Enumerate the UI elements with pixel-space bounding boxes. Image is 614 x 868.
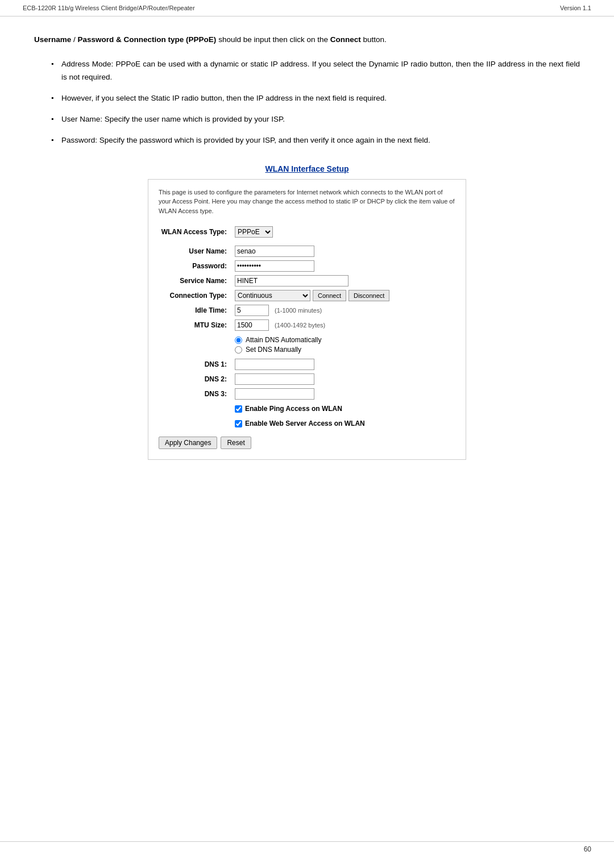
bullet-list: Address Mode: PPPoE can be used with a d… xyxy=(51,58,580,147)
bullet-bold-1: Address Mode xyxy=(61,60,111,68)
cell-service-name xyxy=(233,273,455,288)
cell-wlan-access-type: PPPoE DHCP Static IP xyxy=(233,225,455,239)
bullet-text-3: : Specify the user name which is provide… xyxy=(100,115,285,123)
row-mtu-size: MTU Size: (1400-1492 bytes) xyxy=(159,318,455,333)
cell-connection-type: Continuous Connect on Demand Manual Conn… xyxy=(233,288,455,303)
wlan-section: WLAN Interface Setup This page is used t… xyxy=(34,164,580,460)
label-connection-type: Connection Type: xyxy=(159,288,233,303)
footer-bar: 60 xyxy=(0,841,614,857)
cell-dns-radio: Attain DNS Automatically Set DNS Manuall… xyxy=(233,333,455,357)
cell-mtu-size: (1400-1492 bytes) xyxy=(233,318,455,333)
cell-password xyxy=(233,259,455,273)
cell-ping-empty xyxy=(159,401,233,416)
cell-dns1 xyxy=(233,357,455,372)
intro-paragraph: Username / Password & Connection type (P… xyxy=(34,34,580,47)
content-area: Username / Password & Connection type (P… xyxy=(0,16,614,483)
bullet-item-static-ip: However, if you select the Static IP rad… xyxy=(51,92,580,105)
label-user-name: User Name: xyxy=(159,244,233,259)
input-mtu-size[interactable] xyxy=(235,319,269,331)
label-dns1: DNS 1: xyxy=(159,357,233,372)
bullet-bold-4: Password: xyxy=(61,136,97,144)
row-connection-type: Connection Type: Continuous Connect on D… xyxy=(159,288,455,303)
enable-ping-row: Enable Ping Access on WLAN xyxy=(235,405,453,413)
header-bar: ECB-1220R 11b/g Wireless Client Bridge/A… xyxy=(0,0,614,16)
disconnect-button[interactable]: Disconnect xyxy=(349,290,389,301)
cell-idle-time: (1-1000 minutes) xyxy=(233,303,455,318)
label-idle-time: Idle Time: xyxy=(159,303,233,318)
mtu-size-controls: (1400-1492 bytes) xyxy=(235,319,453,331)
connect-button[interactable]: Connect xyxy=(313,290,346,301)
label-password: Password: xyxy=(159,259,233,273)
attain-dns-row: Attain DNS Automatically xyxy=(235,336,453,344)
row-idle-time: Idle Time: (1-1000 minutes) xyxy=(159,303,455,318)
enable-web-row: Enable Web Server Access on WLAN xyxy=(235,420,453,427)
radio-attain-dns[interactable] xyxy=(235,337,242,344)
bullet-text-1: : PPPoE can be used with a dynamic or st… xyxy=(61,60,580,81)
label-attain-dns: Attain DNS Automatically xyxy=(246,336,321,344)
bullet-text-4: Specify the password which is provided b… xyxy=(97,136,430,144)
input-service-name[interactable] xyxy=(235,275,349,286)
input-user-name[interactable] xyxy=(235,246,314,257)
cell-enable-web: Enable Web Server Access on WLAN xyxy=(233,416,455,431)
spacer-1 xyxy=(159,239,455,244)
cell-user-name xyxy=(233,244,455,259)
intro-text: should be input then click on the xyxy=(218,35,330,44)
label-enable-ping: Enable Ping Access on WLAN xyxy=(245,405,342,413)
label-mtu-size: MTU Size: xyxy=(159,318,233,333)
checkbox-enable-ping[interactable] xyxy=(235,405,242,413)
row-dns1: DNS 1: xyxy=(159,357,455,372)
input-dns3[interactable] xyxy=(235,388,314,400)
intro-text2: button. xyxy=(363,35,387,44)
buttons-row: Apply Changes Reset xyxy=(159,437,455,449)
select-wlan-access-type[interactable]: PPPoE DHCP Static IP xyxy=(235,226,273,238)
row-enable-ping: Enable Ping Access on WLAN xyxy=(159,401,455,416)
connection-type-controls: Continuous Connect on Demand Manual Conn… xyxy=(235,290,453,301)
input-dns2[interactable] xyxy=(235,373,314,385)
label-dns3: DNS 3: xyxy=(159,387,233,401)
bullet-item-address-mode: Address Mode: PPPoE can be used with a d… xyxy=(51,58,580,84)
row-service-name: Service Name: xyxy=(159,273,455,288)
row-user-name: User Name: xyxy=(159,244,455,259)
select-connection-type[interactable]: Continuous Connect on Demand Manual xyxy=(235,290,310,301)
bullet-item-password: Password: Specify the password which is … xyxy=(51,134,580,147)
cell-enable-ping: Enable Ping Access on WLAN xyxy=(233,401,455,416)
bullet-text-2: However, if you select the Static IP rad… xyxy=(61,94,387,102)
form-table: WLAN Access Type: PPPoE DHCP Static IP U xyxy=(159,225,455,431)
header-left: ECB-1220R 11b/g Wireless Client Bridge/A… xyxy=(23,5,195,11)
cell-web-empty xyxy=(159,416,233,431)
row-dns-radio: Attain DNS Automatically Set DNS Manuall… xyxy=(159,333,455,357)
label-enable-web: Enable Web Server Access on WLAN xyxy=(245,420,365,427)
intro-bold-username: Username xyxy=(34,35,71,44)
page-container: ECB-1220R 11b/g Wireless Client Bridge/A… xyxy=(0,0,614,868)
row-dns2: DNS 2: xyxy=(159,372,455,387)
row-dns3: DNS 3: xyxy=(159,387,455,401)
apply-changes-button[interactable]: Apply Changes xyxy=(159,437,217,449)
input-dns1[interactable] xyxy=(235,359,314,370)
intro-bold-connect: Connect xyxy=(330,35,361,44)
cell-dns-radio-empty xyxy=(159,333,233,357)
label-dns2: DNS 2: xyxy=(159,372,233,387)
label-set-dns: Set DNS Manually xyxy=(246,346,301,354)
row-password: Password: xyxy=(159,259,455,273)
idle-time-controls: (1-1000 minutes) xyxy=(235,305,453,316)
wlan-description: This page is used to configure the param… xyxy=(159,188,455,216)
bullet-item-username: User Name: Specify the user name which i… xyxy=(51,113,580,126)
idle-time-hint: (1-1000 minutes) xyxy=(275,307,322,314)
wlan-box: This page is used to configure the param… xyxy=(148,179,466,460)
radio-set-dns[interactable] xyxy=(235,346,242,354)
set-dns-row: Set DNS Manually xyxy=(235,346,453,354)
checkbox-enable-web[interactable] xyxy=(235,420,242,427)
bullet-bold-3: User Name xyxy=(61,115,100,123)
label-service-name: Service Name: xyxy=(159,273,233,288)
input-password[interactable] xyxy=(235,260,314,272)
section-title: WLAN Interface Setup xyxy=(34,164,580,173)
reset-button[interactable]: Reset xyxy=(221,437,251,449)
input-idle-time[interactable] xyxy=(235,305,269,316)
row-wlan-access-type: WLAN Access Type: PPPoE DHCP Static IP xyxy=(159,225,455,239)
header-right: Version 1.1 xyxy=(560,5,591,11)
page-number: 60 xyxy=(584,845,591,853)
cell-dns2 xyxy=(233,372,455,387)
intro-bold-password: Password & Connection type (PPPoE) xyxy=(78,35,217,44)
cell-dns3 xyxy=(233,387,455,401)
label-wlan-access-type: WLAN Access Type: xyxy=(159,225,233,239)
